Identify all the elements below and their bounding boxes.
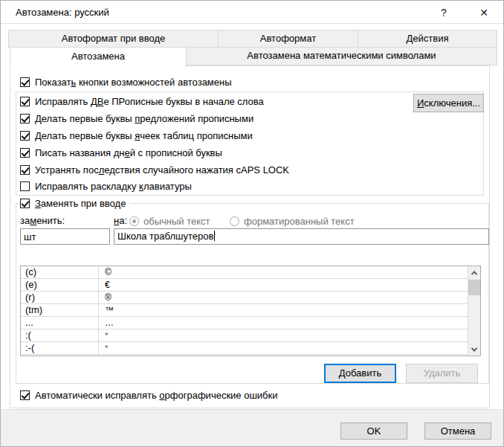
replace-input[interactable] — [20, 228, 110, 245]
checkbox-box — [20, 97, 30, 106]
with-input[interactable]: Школа траблшутеров — [114, 228, 489, 245]
scroll-down-icon[interactable] — [468, 343, 480, 356]
checkbox-box — [20, 165, 30, 175]
scroll-up-icon[interactable] — [468, 266, 480, 279]
replacements-table: (c)© (e)€ (r)® (tm)™ ...… :(* :-(* — [20, 266, 481, 356]
checkbox-capitalize-table-cells[interactable]: Делать первые буквы ячеек таблиц прописн… — [20, 129, 253, 142]
tab-actions[interactable]: Действия — [358, 30, 497, 48]
radio-circle — [230, 216, 239, 226]
text-cursor — [214, 231, 215, 241]
table-row[interactable]: (r)® — [21, 292, 468, 304]
checkbox-show-autocorrect-buttons[interactable]: Показать кнопки возможностей автозамены — [20, 75, 232, 89]
checkbox-box — [20, 390, 30, 400]
help-icon[interactable]: ? — [433, 4, 454, 21]
checkbox-correct-keyboard-layout[interactable]: Исправлять раскладку клавиатуры — [20, 179, 192, 193]
scrollbar-thumb[interactable] — [468, 280, 480, 295]
radio-formatted-text: форматированный текст — [230, 215, 355, 227]
checkbox-box — [20, 131, 30, 141]
checkbox-correct-caps-lock[interactable]: Устранять последствия случайного нажатия… — [20, 163, 289, 176]
tab-autoformat-as-you-type[interactable]: Автоформат при вводе — [8, 30, 219, 48]
tab-autocorrect-active[interactable]: Автозамена — [10, 47, 187, 67]
checkbox-box — [20, 77, 30, 87]
table-row[interactable]: :(* — [21, 329, 468, 342]
close-icon[interactable]: ✕ — [474, 4, 494, 21]
autocorrect-dialog: Автозамена: русский ? ✕ Автоформат при в… — [0, 0, 504, 447]
checkbox-box — [20, 181, 30, 191]
radio-plain-text: обычный текст — [129, 215, 210, 227]
table-row[interactable]: (e)€ — [21, 279, 468, 292]
vertical-scrollbar[interactable] — [468, 266, 480, 356]
exceptions-button[interactable]: Исключения... — [413, 94, 484, 112]
checkbox-autocorrect-spelling[interactable]: Автоматически исправлять орфографические… — [20, 388, 278, 402]
table-row[interactable]: :-(* — [21, 342, 468, 355]
add-button[interactable]: Добавить — [324, 364, 396, 383]
replace-label: заменить: — [20, 215, 65, 226]
ok-button[interactable]: OK — [340, 422, 407, 440]
checkbox-box — [20, 199, 30, 208]
cancel-button[interactable]: Отмена — [424, 422, 491, 440]
table-row[interactable]: (c)© — [21, 266, 468, 279]
checkbox-capitalize-day-names[interactable]: Писать названия дней с прописной буквы — [20, 146, 222, 159]
checkbox-replace-as-you-type[interactable]: Заменять при вводе — [20, 196, 129, 210]
checkbox-capitalize-sentences[interactable]: Делать первые буквы предложений прописны… — [20, 112, 253, 125]
checkbox-box — [20, 114, 30, 123]
checkbox-correct-two-initial-capitals[interactable]: Исправлять ДВе ПРописные буквы в начале … — [20, 94, 264, 108]
tab-autoformat[interactable]: Автоформат — [218, 30, 358, 48]
dialog-title: Автозамена: русский — [16, 7, 109, 18]
table-row[interactable]: ...… — [21, 317, 468, 329]
delete-button: Удалить — [406, 364, 478, 383]
tab-math-autocorrect[interactable]: Автозамена математическими символами — [186, 47, 497, 65]
with-label: на: — [114, 215, 127, 226]
table-row[interactable]: (tm)™ — [21, 304, 468, 317]
checkbox-box — [20, 148, 30, 158]
radio-circle — [129, 216, 139, 226]
title-bar: Автозамена: русский ? ✕ — [1, 1, 503, 24]
